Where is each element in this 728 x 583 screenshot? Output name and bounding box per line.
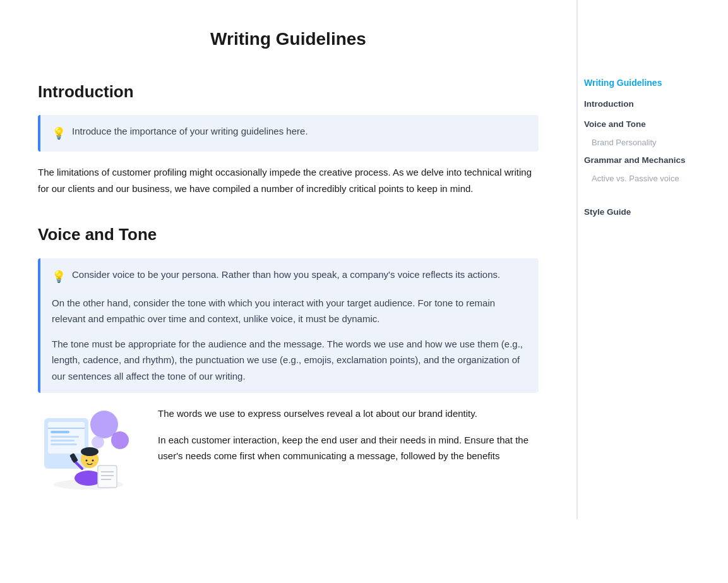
svg-point-18: [86, 460, 88, 462]
voice-callout-para1: Consider voice to be your persona. Rathe…: [72, 267, 500, 282]
introduction-body: The limitations of customer profiling mi…: [38, 164, 539, 196]
introduction-callout: 💡 Introduce the importance of your writi…: [38, 115, 539, 152]
toc-item-style-guide[interactable]: Style Guide: [584, 204, 715, 220]
introduction-callout-text: Introduce the importance of your writing…: [72, 124, 308, 139]
inline-para1: The words we use to express ourselves re…: [158, 406, 539, 422]
bulb-icon-2: 💡: [52, 268, 66, 286]
svg-point-19: [92, 460, 94, 462]
toc-sub-item-brand-personality[interactable]: Brand Personality: [584, 136, 715, 150]
svg-rect-5: [51, 436, 79, 438]
svg-point-17: [83, 450, 96, 456]
voice-callout-para3: The tone must be appropriate for the aud…: [52, 336, 527, 385]
page-title: Writing Guidelines: [38, 13, 539, 54]
svg-rect-7: [51, 443, 77, 445]
toc-item-introduction[interactable]: Introduction: [584, 96, 715, 112]
introduction-section: Introduction 💡 Introduce the importance …: [38, 79, 539, 196]
toc-item-grammar[interactable]: Grammar and Mechanics: [584, 152, 715, 169]
toc-item-voice-tone[interactable]: Voice and Tone: [584, 116, 715, 133]
svg-rect-4: [51, 431, 69, 433]
svg-point-9: [111, 431, 129, 449]
person-illustration: [38, 406, 139, 494]
introduction-heading: Introduction: [38, 79, 539, 105]
voice-and-tone-heading: Voice and Tone: [38, 222, 539, 248]
svg-rect-6: [51, 440, 75, 442]
bulb-icon: 💡: [52, 124, 66, 143]
toc-sidebar: Writing Guidelines Introduction Voice an…: [576, 0, 715, 519]
inline-text-content: The words we use to express ourselves re…: [158, 406, 539, 474]
svg-rect-20: [98, 466, 117, 488]
toc-heading[interactable]: Writing Guidelines: [584, 76, 715, 90]
voice-and-tone-callout: 💡 Consider voice to be your persona. Rat…: [38, 258, 539, 393]
toc-separator: [584, 189, 715, 204]
toc-sub-item-active-passive[interactable]: Active vs. Passive voice: [584, 172, 715, 186]
inline-illustration-section: The words we use to express ourselves re…: [38, 406, 539, 494]
inline-para2: In each customer interaction, keep the e…: [158, 432, 539, 464]
svg-point-10: [92, 436, 104, 448]
voice-and-tone-section: Voice and Tone 💡 Consider voice to be yo…: [38, 222, 539, 494]
voice-callout-para2: On the other hand, consider the tone wit…: [52, 295, 527, 327]
